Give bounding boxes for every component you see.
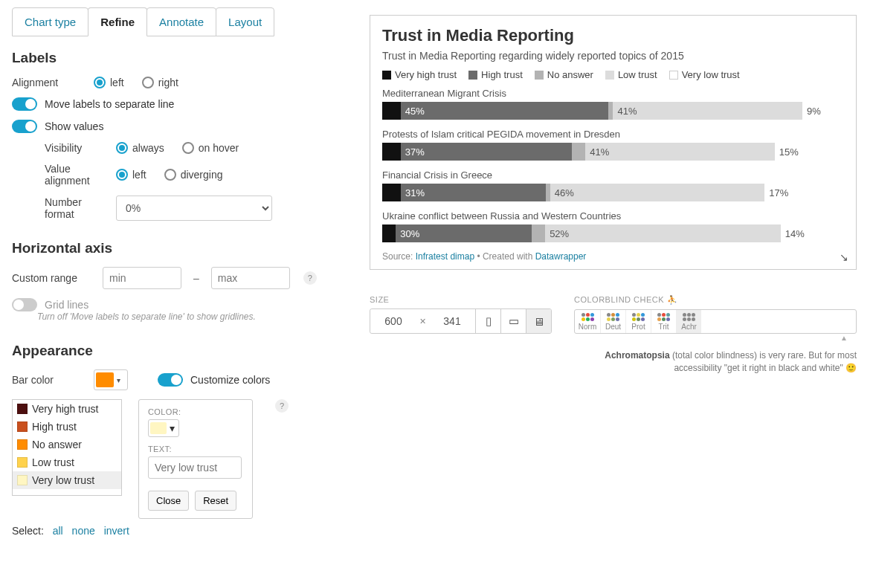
reset-button[interactable]: Reset (195, 491, 236, 511)
bar-segment (382, 224, 396, 242)
source-link[interactable]: Infratest dimap (416, 251, 474, 262)
color-edit-panel: COLOR: ▾ TEXT: Close Reset (138, 399, 253, 519)
align-right-radio[interactable]: right (142, 77, 178, 88)
editor-tabs: Chart typeRefineAnnotateLayout (12, 7, 341, 36)
bar-row: Ukraine conflict between Russia and West… (382, 210, 844, 242)
caret-down-icon: ▾ (170, 422, 175, 434)
bar-label: Protests of Islam critical PEGIDA moveme… (382, 129, 844, 140)
help-icon[interactable]: ? (303, 271, 317, 285)
legend-item: Very high trust (382, 69, 457, 80)
color-item[interactable]: Low trust (13, 453, 121, 471)
width-input[interactable] (370, 309, 416, 333)
series-text-input[interactable] (148, 456, 242, 479)
caret-down-icon: ▾ (117, 376, 120, 384)
value-align-diverging-radio[interactable]: diverging (164, 169, 223, 181)
height-input[interactable] (429, 309, 475, 333)
bar-segment (382, 143, 401, 161)
colorblind-achr-button[interactable]: Achr (676, 310, 701, 333)
color-item[interactable]: No answer (13, 436, 121, 453)
bar-segment (572, 143, 586, 161)
select-links: Select: all none invert (12, 525, 341, 537)
select-all-link[interactable]: all (53, 525, 63, 537)
device-desktop-icon[interactable]: 🖥 (526, 309, 551, 333)
gridlines-hint: Turn off 'Move labels to separate line' … (37, 311, 341, 322)
bar-label: Financial Crisis in Greece (382, 169, 844, 181)
close-button[interactable]: Close (148, 491, 189, 511)
bar-segment: 37% (401, 143, 572, 161)
custom-range-label: Custom range (12, 272, 95, 284)
bar-segment: 15% (775, 143, 844, 161)
color-item[interactable]: High trust (13, 418, 121, 436)
colorblind-prot-button[interactable]: Prot (625, 310, 651, 333)
tab-annotate[interactable]: Annotate (146, 7, 216, 36)
tab-chart-type[interactable]: Chart type (12, 7, 88, 36)
colorblind-note: Achromatopsia (total color blindness) is… (574, 349, 857, 375)
tab-layout[interactable]: Layout (216, 7, 274, 36)
chart-title: Trust in Media Reporting (382, 26, 844, 45)
accessibility-icon: ⛹ (667, 295, 678, 304)
pointer-arrow-icon: ▲ (574, 334, 857, 342)
bar-segment: 31% (401, 184, 545, 201)
legend-item: High trust (468, 69, 523, 80)
value-align-left-radio[interactable]: left (116, 169, 146, 181)
bar-color-picker[interactable]: ▾ (94, 369, 128, 390)
series-color-picker[interactable]: ▾ (148, 419, 179, 437)
colorblind-norm-button[interactable]: Norm (575, 310, 600, 333)
bar-label: Ukraine conflict between Russia and West… (382, 210, 844, 222)
colorblind-buttons: NormDeutProtTritAchr (574, 309, 857, 334)
legend-item: Low trust (605, 69, 657, 80)
show-values-toggle[interactable]: Show values (12, 120, 103, 133)
device-tablet-icon[interactable]: ▭ (500, 309, 526, 333)
visibility-label: Visibility (45, 142, 109, 154)
color-field-label: COLOR: (148, 407, 243, 416)
colorblind-deut-button[interactable]: Deut (600, 310, 625, 333)
alignment-label: Alignment (12, 77, 86, 88)
visibility-hover-radio[interactable]: on hover (182, 142, 239, 154)
color-series-list[interactable]: Very high trustHigh trustNo answerLow tr… (12, 399, 122, 496)
bar-segment: 46% (550, 184, 765, 201)
visibility-always-radio[interactable]: always (116, 142, 164, 154)
datawrapper-link[interactable]: Datawrapper (535, 251, 587, 262)
range-min-input[interactable] (103, 267, 181, 289)
chart-preview: Trust in Media Reporting Trust in Media … (370, 15, 857, 270)
text-field-label: TEXT: (148, 445, 243, 453)
labels-heading: Labels (12, 50, 341, 66)
range-max-input[interactable] (211, 267, 290, 289)
gridlines-toggle[interactable]: Grid lines (12, 298, 88, 311)
haxis-heading: Horizontal axis (12, 240, 341, 256)
chart-source: Source: Infratest dimap • Created with D… (382, 251, 844, 262)
color-item[interactable]: Very low trust (13, 471, 121, 489)
color-item[interactable]: Very high trust (13, 400, 121, 418)
tab-refine[interactable]: Refine (88, 7, 147, 36)
select-none-link[interactable]: none (72, 525, 95, 537)
value-alignment-label: Value alignment (45, 163, 109, 187)
size-label: SIZE (370, 295, 552, 304)
device-mobile-icon[interactable]: ▯ (475, 309, 500, 333)
expand-icon[interactable]: ↘ (840, 251, 848, 263)
colorblind-label: COLORBLIND CHECK ⛹ (574, 295, 857, 305)
bar-segment (532, 224, 545, 242)
help-icon[interactable]: ? (275, 399, 289, 413)
bar-label: Mediterranean Migrant Crisis (382, 88, 844, 99)
bar-color-label: Bar color (12, 374, 86, 386)
legend-item: No answer (535, 69, 593, 80)
alignment-radio-group: left right (94, 77, 178, 88)
range-dash: – (189, 272, 204, 284)
number-format-select[interactable]: 0% (116, 196, 272, 221)
bar-segment: 14% (781, 224, 844, 242)
chart-legend: Very high trustHigh trustNo answerLow tr… (382, 69, 844, 80)
align-left-radio[interactable]: left (94, 77, 124, 88)
customize-colors-toggle[interactable]: Customize colors (158, 373, 270, 387)
select-invert-link[interactable]: invert (104, 525, 129, 537)
move-labels-toggle[interactable]: Move labels to separate line (12, 97, 174, 111)
bar-segment: 9% (802, 102, 844, 120)
bar-segment: 41% (613, 102, 802, 120)
bar-segment: 17% (764, 184, 844, 201)
bar-row: Financial Crisis in Greece31%46%17% (382, 169, 844, 201)
bar-segment: 30% (396, 224, 532, 242)
bar-segment (382, 102, 401, 120)
bar-segment: 41% (585, 143, 775, 161)
number-format-label: Number format (45, 196, 109, 220)
colorblind-trit-button[interactable]: Trit (651, 310, 676, 333)
size-control: ✕ ▯ ▭ 🖥 (370, 308, 552, 334)
